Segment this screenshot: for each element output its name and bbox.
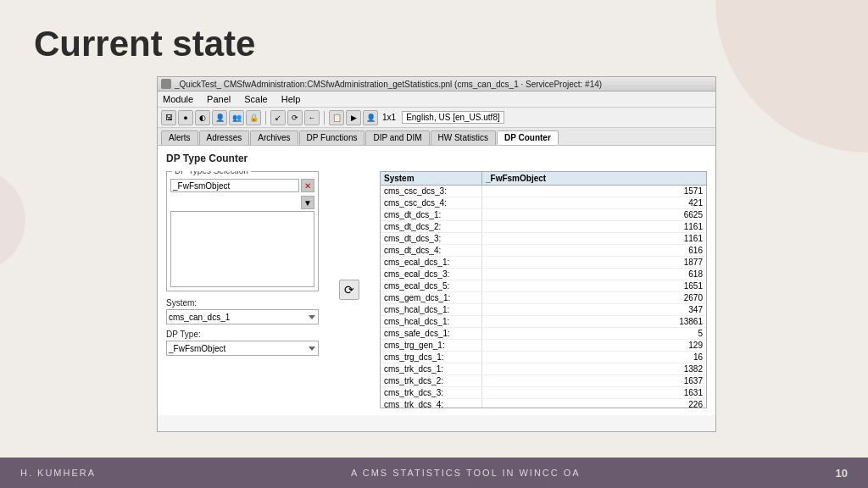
- table-cell-system: cms_trk_dcs_3:: [381, 387, 482, 398]
- toolbar-btn-10[interactable]: 📋: [329, 110, 344, 125]
- dp-type-label: DP Type:: [166, 330, 319, 339]
- table-cell-fw: 1651: [482, 280, 706, 291]
- table-cell-system: cms_trg_dcs_1:: [381, 352, 482, 363]
- table-row: cms_hcal_dcs_1:347: [381, 304, 706, 316]
- table-cell-system: cms_safe_dcs_1:: [381, 328, 482, 339]
- window-content: DP Type Counter DP Types Selection _FwFs…: [158, 146, 715, 415]
- page-title: Current state: [34, 24, 255, 64]
- dp-types-group: DP Types Selection _FwFsmObject ✕ ▼: [166, 171, 319, 291]
- table-cell-fw: 6625: [482, 209, 706, 220]
- tab-bar: Alerts Adresses Archives DP Functions DI…: [158, 128, 715, 146]
- toolbar-btn-4[interactable]: 👤: [212, 110, 227, 125]
- tab-archives[interactable]: Archives: [250, 130, 298, 145]
- bg-shape-mid-left: [0, 169, 25, 271]
- table-cell-system: cms_dt_dcs_3:: [381, 233, 482, 244]
- table-cell-system: cms_trk_dcs_1:: [381, 363, 482, 374]
- table-row: cms_hcal_dcs_1:13861: [381, 316, 706, 328]
- table-cell-fw: 1161: [482, 221, 706, 232]
- bottom-bar: H. KUMHERA A CMS STATISTICS TOOL IN WINC…: [0, 458, 868, 488]
- toolbar: 🖫 ● ◐ 👤 👥 🔒 ↙ ⟳ ← 📋 ▶ 👤 1x1 English, US …: [158, 108, 715, 128]
- table-cell-fw: 13861: [482, 316, 706, 327]
- table-cell-fw: 616: [482, 245, 706, 256]
- bg-shape-top-right: [715, 0, 868, 152]
- toolbar-indicator: 1x1: [380, 113, 398, 122]
- content-title: DP Type Counter: [166, 152, 707, 164]
- table-cell-fw: 2670: [482, 292, 706, 303]
- table-cell-system: cms_dt_dcs_2:: [381, 221, 482, 232]
- tab-dp-counter[interactable]: DP Counter: [497, 130, 559, 145]
- menu-help[interactable]: Help: [280, 93, 303, 105]
- table-row: cms_csc_dcs_3:1571: [381, 186, 706, 197]
- table-row: cms_safe_dcs_1:5: [381, 328, 706, 340]
- dp-type-remove-btn[interactable]: ✕: [301, 179, 314, 192]
- footer-right: 10: [836, 467, 848, 480]
- system-select[interactable]: cms_can_dcs_1: [166, 309, 319, 324]
- table-cell-system: cms_ecal_dcs_1:: [381, 257, 482, 268]
- table-header: System _FwFsmObject: [381, 172, 706, 186]
- toolbar-btn-9[interactable]: ←: [304, 110, 320, 125]
- toolbar-btn-11[interactable]: ▶: [346, 110, 361, 125]
- table-cell-fw: 347: [482, 304, 706, 315]
- dp-type-down-btn[interactable]: ▼: [301, 196, 314, 209]
- window-title-text: _QuickTest_ CMSfwAdministration:CMSfwAdm…: [175, 80, 712, 89]
- table-cell-system: cms_dt_dcs_4:: [381, 245, 482, 256]
- footer-center: A CMS STATISTICS TOOL IN WINCC OA: [96, 468, 835, 478]
- tab-dp-functions[interactable]: DP Functions: [299, 130, 365, 145]
- menu-scale[interactable]: Scale: [242, 93, 270, 105]
- load-btn[interactable]: ⟳: [339, 280, 359, 300]
- tab-dip-dim[interactable]: DIP and DIM: [365, 130, 429, 145]
- dp-type-select[interactable]: _FwFsmObject: [166, 341, 319, 356]
- table-cell-fw: 226: [482, 399, 706, 408]
- table-cell-fw: 1877: [482, 257, 706, 268]
- table-body[interactable]: cms_csc_dcs_3:1571cms_csc_dcs_4:421cms_d…: [381, 186, 706, 408]
- table-cell-system: cms_ecal_dcs_5:: [381, 280, 482, 291]
- toolbar-btn-1[interactable]: 🖫: [161, 110, 176, 125]
- dp-types-panel: DP Types Selection _FwFsmObject ✕ ▼ Syst…: [166, 171, 319, 408]
- toolbar-lang[interactable]: English, US [en_US.utf8]: [402, 111, 504, 124]
- toolbar-btn-6[interactable]: 🔒: [246, 110, 261, 125]
- dp-type-item-row: _FwFsmObject ✕: [170, 179, 314, 192]
- table-cell-fw: 1631: [482, 387, 706, 398]
- content-body: DP Types Selection _FwFsmObject ✕ ▼ Syst…: [166, 171, 707, 408]
- table-cell-system: cms_ecal_dcs_3:: [381, 269, 482, 280]
- window-icon: [161, 79, 171, 89]
- table-row: cms_ecal_dcs_1:1877: [381, 257, 706, 269]
- table-row: cms_dt_dcs_4:616: [381, 245, 706, 257]
- tab-hw-statistics[interactable]: HW Statistics: [431, 130, 496, 145]
- tab-alerts[interactable]: Alerts: [161, 130, 198, 145]
- toolbar-btn-3[interactable]: ◐: [195, 110, 210, 125]
- table-cell-system: cms_hcal_dcs_1:: [381, 316, 482, 327]
- menu-module[interactable]: Module: [161, 93, 195, 105]
- dp-type-listbox[interactable]: [170, 211, 314, 287]
- table-cell-fw: 16: [482, 352, 706, 363]
- table-cell-system: cms_csc_dcs_4:: [381, 197, 482, 208]
- table-cell-system: cms_trk_dcs_2:: [381, 375, 482, 386]
- menu-panel[interactable]: Panel: [205, 93, 232, 105]
- table-row: cms_dt_dcs_2:1161: [381, 221, 706, 233]
- table-row: cms_dt_dcs_1:6625: [381, 209, 706, 221]
- table-cell-fw: 1571: [482, 186, 706, 197]
- table-row: cms_dt_dcs_3:1161: [381, 233, 706, 245]
- dp-type-input[interactable]: _FwFsmObject: [170, 179, 299, 192]
- toolbar-btn-5[interactable]: 👥: [229, 110, 244, 125]
- toolbar-btn-12[interactable]: 👤: [363, 110, 378, 125]
- table-cell-system: cms_gem_dcs_1:: [381, 292, 482, 303]
- menubar: Module Panel Scale Help: [158, 92, 715, 108]
- toolbar-btn-2[interactable]: ●: [178, 110, 193, 125]
- dp-table: System _FwFsmObject cms_csc_dcs_3:1571cm…: [380, 171, 707, 408]
- table-cell-fw: 5: [482, 328, 706, 339]
- system-label: System:: [166, 298, 319, 308]
- table-cell-fw: 1161: [482, 233, 706, 244]
- table-row: cms_ecal_dcs_3:618: [381, 269, 706, 280]
- toolbar-btn-8[interactable]: ⟳: [287, 110, 303, 125]
- table-row: cms_csc_dcs_4:421: [381, 197, 706, 209]
- toolbar-btn-7[interactable]: ↙: [270, 110, 286, 125]
- tab-adresses[interactable]: Adresses: [199, 130, 250, 145]
- dp-types-group-legend: DP Types Selection: [172, 171, 251, 175]
- arrow-center: ⟳: [332, 171, 366, 408]
- app-window: _QuickTest_ CMSfwAdministration:CMSfwAdm…: [157, 76, 716, 432]
- table-cell-system: cms_hcal_dcs_1:: [381, 304, 482, 315]
- table-row: cms_trk_dcs_2:1637: [381, 375, 706, 387]
- table-row: cms_trg_gen_1:129: [381, 340, 706, 352]
- table-cell-fw: 1382: [482, 363, 706, 374]
